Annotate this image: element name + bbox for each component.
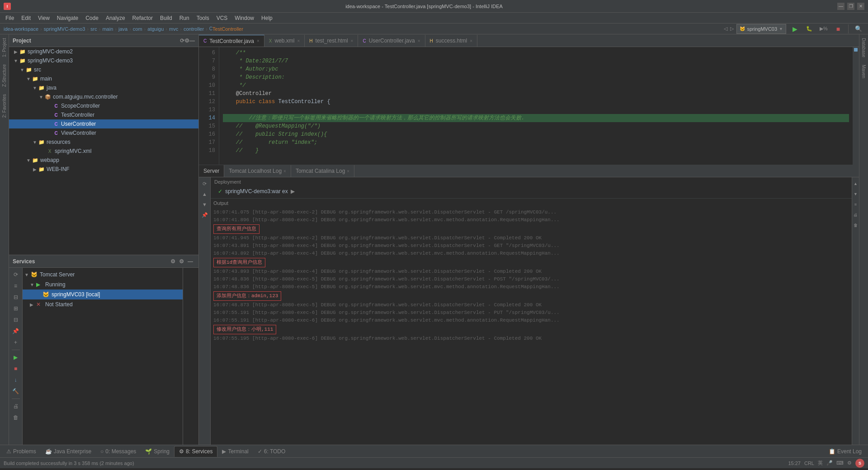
tree-item-webinf[interactable]: ▶ 📁 WEB-INF bbox=[9, 165, 198, 174]
menu-window[interactable]: Window bbox=[231, 14, 258, 22]
tab-problems[interactable]: ⚠ Problems bbox=[2, 446, 41, 457]
services-gear-icon[interactable]: ⚙ bbox=[177, 257, 186, 266]
minimize-button[interactable]: — bbox=[837, 3, 844, 10]
menu-navigate[interactable]: Navigate bbox=[53, 14, 82, 22]
svc-add-btn[interactable]: + bbox=[11, 337, 21, 347]
tree-item-package[interactable]: ▼ 📦 com.atguigu.mvc.controller bbox=[9, 92, 198, 101]
tab-java-enterprise[interactable]: ☕ Java Enterprise bbox=[41, 446, 96, 457]
svc-pin-btn[interactable]: 📌 bbox=[11, 326, 21, 336]
log-wrap-btn[interactable]: ≡ bbox=[851, 200, 859, 209]
log-delete-btn[interactable]: 🗑 bbox=[851, 221, 859, 230]
menu-view[interactable]: View bbox=[34, 14, 53, 22]
run-button[interactable]: ▶ bbox=[789, 23, 801, 35]
tab-close-testrest[interactable]: × bbox=[351, 38, 354, 43]
menu-help[interactable]: Help bbox=[258, 14, 276, 22]
tab-close-usercontroller[interactable]: × bbox=[418, 38, 420, 43]
svc-item-tomcat[interactable]: ▼ 🐱 Tomcat Server bbox=[23, 270, 183, 280]
tree-item-main[interactable]: ▼ 📁 main bbox=[9, 74, 198, 83]
menu-code[interactable]: Code bbox=[82, 14, 102, 22]
tree-item-springmvcxml[interactable]: X springMVC.xml bbox=[9, 147, 198, 156]
breadcrumb-main[interactable]: main bbox=[102, 26, 113, 32]
tree-item-webapp[interactable]: ▼ 📁 webapp bbox=[9, 156, 198, 165]
tree-item-demo2[interactable]: ▶ 📁 springMVC-demo2 bbox=[9, 47, 198, 56]
status-keyboard-icon[interactable]: ⌨ bbox=[836, 460, 844, 466]
menu-vcs[interactable]: VCS bbox=[213, 14, 231, 22]
tree-item-scopecontroller[interactable]: C ScopeController bbox=[9, 101, 198, 110]
log-tab-localhost[interactable]: Tomcat Localhost Log × bbox=[224, 165, 291, 177]
tab-close-webxml[interactable]: × bbox=[297, 38, 300, 43]
svc-expand-btn[interactable]: ≡ bbox=[11, 281, 21, 291]
tab-close-testcontroller[interactable]: × bbox=[257, 38, 259, 43]
menu-file[interactable]: File bbox=[2, 14, 18, 22]
services-settings-icon[interactable]: ⚙ bbox=[169, 257, 177, 266]
close-button[interactable]: ✕ bbox=[857, 3, 864, 10]
run-config-dropdown[interactable]: 🐱 springMVC03 ▼ bbox=[736, 24, 786, 34]
tree-item-src[interactable]: ▼ 📁 src bbox=[9, 65, 198, 74]
project-settings-icon[interactable]: ⚙ bbox=[184, 38, 189, 44]
svc-item-notstarted[interactable]: ▶ ✕ Not Started bbox=[23, 299, 183, 309]
tree-item-java[interactable]: ▼ 📁 java bbox=[9, 83, 198, 92]
svc-build-btn[interactable]: 🔨 bbox=[11, 386, 21, 396]
breadcrumb-mvc[interactable]: mvc bbox=[169, 26, 178, 32]
tab-spring[interactable]: 🌱 Spring bbox=[141, 446, 174, 457]
svc-stop-btn[interactable]: ■ bbox=[11, 364, 21, 374]
tree-item-testcontroller[interactable]: C TestController bbox=[9, 110, 198, 119]
breadcrumb-workspace[interactable]: idea-workspace bbox=[4, 26, 38, 32]
breadcrumb-class[interactable]: TestController bbox=[212, 26, 243, 32]
search-everywhere-button[interactable]: 🔍 bbox=[853, 23, 864, 35]
breadcrumb-atguigu[interactable]: atguigu bbox=[147, 26, 164, 32]
project-sync-icon[interactable]: ⟳ bbox=[180, 38, 184, 44]
log-tab-server[interactable]: Server bbox=[199, 165, 224, 177]
svc-run-btn[interactable]: ▶ bbox=[11, 352, 21, 362]
log-print-btn[interactable]: 🖨 bbox=[851, 210, 859, 219]
breadcrumb-java[interactable]: java bbox=[118, 26, 127, 32]
tree-item-usercontroller[interactable]: C UserController bbox=[9, 119, 198, 128]
editor-scrollbar[interactable] bbox=[853, 47, 859, 165]
tree-item-demo3[interactable]: ▼ 📁 springMVC-demo3 bbox=[9, 56, 198, 65]
maximize-button[interactable]: ❐ bbox=[847, 3, 854, 10]
tab-messages[interactable]: ○ 0: Messages bbox=[96, 446, 141, 457]
tree-item-resources[interactable]: ▼ 📁 resources bbox=[9, 138, 198, 147]
tab-webxml[interactable]: X web.xml × bbox=[264, 35, 305, 47]
sidebar-tab-maven[interactable]: Maven bbox=[859, 61, 868, 82]
menu-build[interactable]: Build bbox=[156, 14, 176, 22]
svc-collapse-btn[interactable]: ⊟ bbox=[11, 292, 21, 302]
svc-group-btn[interactable]: ⊞ bbox=[11, 304, 21, 313]
log-scroll-up-btn[interactable]: ▲ bbox=[200, 190, 209, 199]
log-scroll-up-right-btn[interactable]: ▲ bbox=[851, 179, 859, 188]
tab-close-catalina[interactable]: × bbox=[347, 169, 349, 174]
sidebar-tab-favorites[interactable]: 2: Favorites bbox=[0, 90, 9, 121]
menu-refactor[interactable]: Refactor bbox=[129, 14, 156, 22]
log-tab-catalina[interactable]: Tomcat Catalina Log × bbox=[291, 165, 354, 177]
nav-icon-forward[interactable]: ▷ bbox=[730, 26, 734, 32]
project-minimize-icon[interactable]: — bbox=[189, 38, 195, 44]
tab-close-success[interactable]: × bbox=[470, 38, 472, 43]
breadcrumb-controller[interactable]: controller bbox=[184, 26, 204, 32]
tab-testrest[interactable]: H test_rest.html × bbox=[305, 35, 358, 47]
tab-event-log[interactable]: 📋 Event Log bbox=[824, 446, 866, 457]
debug-button[interactable]: 🐛 bbox=[803, 23, 815, 35]
svc-item-running[interactable]: ▼ ▶ Running bbox=[23, 280, 183, 290]
run-coverage-button[interactable]: ▶% bbox=[818, 23, 830, 35]
breadcrumb-src[interactable]: src bbox=[90, 26, 97, 32]
tree-item-viewcontroller[interactable]: C ViewController bbox=[9, 128, 198, 138]
breadcrumb-com[interactable]: com bbox=[133, 26, 142, 32]
tab-services[interactable]: ⚙ 8: Services bbox=[174, 446, 217, 457]
breadcrumb-project[interactable]: springMVC-demo3 bbox=[44, 26, 85, 32]
status-settings-icon[interactable]: ⚙ bbox=[847, 460, 852, 466]
status-mic-icon[interactable]: 🎤 bbox=[826, 460, 833, 466]
log-pin-btn[interactable]: 📌 bbox=[200, 210, 209, 219]
tab-close-localhost[interactable]: × bbox=[283, 169, 286, 174]
menu-tools[interactable]: Tools bbox=[193, 14, 213, 22]
log-scroll-down-right-btn[interactable]: ▼ bbox=[851, 190, 859, 199]
stop-button[interactable]: ■ bbox=[832, 23, 844, 35]
services-minimize-icon[interactable]: — bbox=[186, 257, 195, 266]
svc-delete-btn[interactable]: 🗑 bbox=[11, 413, 21, 423]
nav-icon-back[interactable]: ◁ bbox=[724, 26, 727, 32]
menu-analyze[interactable]: Analyze bbox=[102, 14, 129, 22]
svc-step-btn[interactable]: ↓ bbox=[11, 375, 21, 385]
svc-restart-btn[interactable]: ⟳ bbox=[11, 270, 21, 280]
tab-terminal[interactable]: ▶ Terminal bbox=[217, 446, 253, 457]
sidebar-tab-structure[interactable]: Z-Structure bbox=[0, 61, 9, 90]
svc-item-app[interactable]: 🐱 springMVC03 [local] bbox=[23, 290, 183, 299]
